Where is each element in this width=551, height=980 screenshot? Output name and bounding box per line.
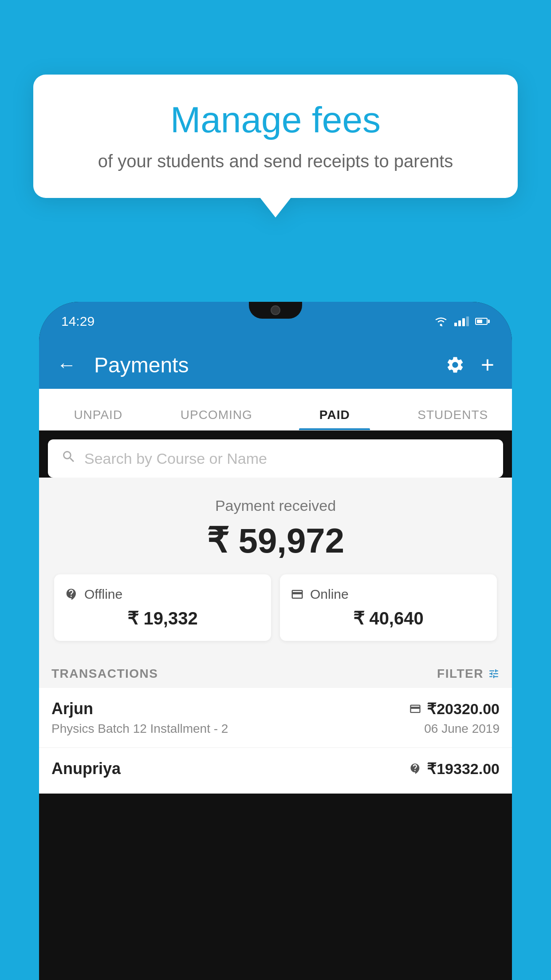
transaction-date: 06 June 2019 [424,722,500,736]
transaction-amount-wrapper: ₹20320.00 [409,700,500,718]
transactions-label: TRANSACTIONS [51,667,158,681]
app-header: ← Payments + [39,341,512,389]
online-payment-card: Online ₹ 40,640 [280,574,497,641]
tab-students[interactable]: STUDENTS [394,408,512,430]
tabs-bar: UNPAID UPCOMING PAID STUDENTS [39,389,512,431]
table-row[interactable]: Anupriya ₹19332.00 [39,748,512,794]
tab-unpaid[interactable]: UNPAID [39,408,157,430]
page-title: Payments [94,353,432,377]
svg-point-0 [440,324,442,326]
search-icon [61,449,76,468]
back-button[interactable]: ← [57,354,76,376]
offline-payment-card: Offline ₹ 19,332 [54,574,271,641]
transaction-amount: ₹20320.00 [427,700,500,718]
search-bar[interactable]: Search by Course or Name [48,439,503,478]
phone-notch [249,302,302,319]
offline-card-header: Offline [65,587,260,602]
payment-total-amount: ₹ 59,972 [52,521,499,561]
phone-inner: 14:29 [39,302,512,980]
transaction-name: Arjun [51,699,93,718]
online-card-header: Online [291,587,486,602]
wifi-icon [434,316,448,327]
phone-frame: 14:29 [39,302,512,980]
front-camera [271,305,280,315]
payment-summary: Payment received ₹ 59,972 Offline ₹ 19,3… [39,478,512,654]
table-row[interactable]: Arjun ₹20320.00 Physics Batch 12 Install… [39,688,512,748]
offline-payment-icon [65,588,78,601]
payment-received-label: Payment received [52,497,499,514]
offline-transaction-icon [409,763,421,775]
header-icons: + [445,353,494,376]
payment-cards: Offline ₹ 19,332 Online ₹ 40,640 [54,574,497,641]
battery-icon [475,318,490,325]
screen-content: Search by Course or Name Payment receive… [39,431,512,980]
tab-upcoming[interactable]: UPCOMING [157,408,276,430]
filter-label: FILTER [437,667,484,681]
tab-paid[interactable]: PAID [276,408,394,430]
bubble-title: Manage fees [60,99,491,141]
status-time: 14:29 [61,314,94,329]
online-transaction-icon [409,703,421,715]
transaction-course: Physics Batch 12 Installment - 2 [51,722,228,736]
search-placeholder: Search by Course or Name [84,450,267,467]
online-card-type: Online [310,587,349,602]
signal-icon [454,316,469,326]
offline-card-type: Offline [84,587,122,602]
transactions-list: Arjun ₹20320.00 Physics Batch 12 Install… [39,688,512,794]
online-payment-icon [291,588,304,601]
filter-button[interactable]: FILTER [437,667,500,681]
filter-icon [488,668,500,680]
transactions-header: TRANSACTIONS FILTER [39,654,512,688]
transaction-amount-wrapper: ₹19332.00 [409,760,500,778]
add-button[interactable]: + [481,353,494,376]
bubble-subtitle: of your students and send receipts to pa… [60,151,491,171]
status-bar: 14:29 [39,302,512,341]
settings-icon[interactable] [445,355,465,375]
online-card-amount: ₹ 40,640 [291,608,486,628]
speech-bubble-card: Manage fees of your students and send re… [33,75,518,198]
status-icons [434,316,490,327]
transaction-amount: ₹19332.00 [427,760,500,778]
offline-card-amount: ₹ 19,332 [65,608,260,628]
transaction-name: Anupriya [51,759,121,778]
